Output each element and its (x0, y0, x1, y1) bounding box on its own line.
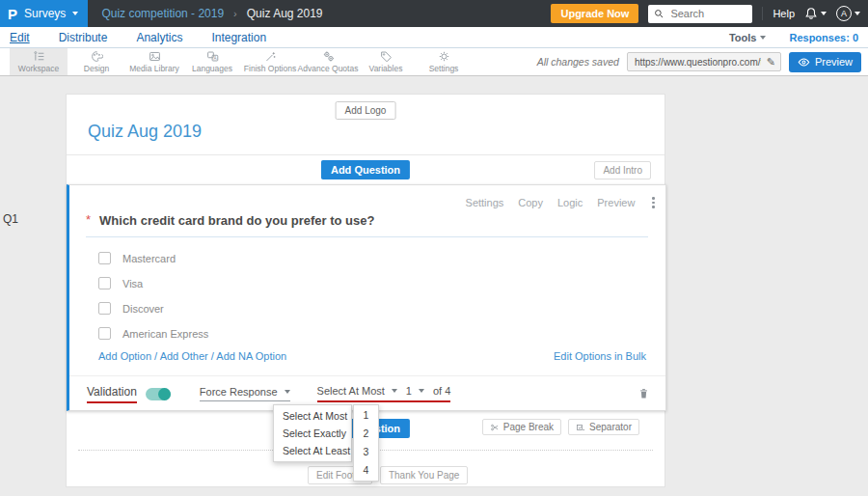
editor-toolbar: Workspace Design Media Library A Languag… (0, 48, 868, 76)
breadcrumb-separator-icon: › (233, 8, 237, 19)
toolbar-item-finish-options[interactable]: Finish Options (241, 48, 299, 75)
tag-icon (380, 50, 393, 63)
count-option[interactable]: 4 (354, 461, 378, 480)
rule-option[interactable]: Select Exactly (274, 425, 351, 442)
subnav-right: Tools Responses: 0 (729, 32, 858, 43)
option-checkbox[interactable] (98, 252, 111, 264)
kebab-menu-icon[interactable] (649, 196, 658, 209)
question-card: Settings Copy Logic Preview * Which cred… (67, 184, 666, 411)
question-preview-link[interactable]: Preview (597, 197, 635, 208)
edit-options-in-bulk-link[interactable]: Edit Options in Bulk (554, 350, 646, 362)
autosave-status: All changes saved (537, 56, 619, 68)
toolbar-item-workspace[interactable]: Workspace (10, 48, 68, 75)
bell-icon (804, 7, 818, 20)
count-option[interactable]: 1 (354, 406, 378, 425)
title-divider (67, 154, 665, 155)
upgrade-now-button[interactable]: Upgrade Now (551, 4, 638, 23)
separator-label: Separator (589, 422, 632, 432)
gears-icon (322, 50, 335, 63)
breadcrumb-parent[interactable]: Quiz competition - 2019 (101, 7, 224, 20)
topbar-divider (762, 7, 763, 20)
toolbar-item-variables[interactable]: Variables (357, 48, 415, 75)
rule-option[interactable]: Select At Most (274, 407, 351, 425)
page-break-button[interactable]: Page Break (482, 419, 561, 435)
page-break-separator-group: Page Break Separator (482, 419, 639, 435)
option-add-links: Add Option / Add Other / Add NA Option (98, 350, 286, 362)
question-settings-link[interactable]: Settings (466, 197, 504, 208)
search-box[interactable] (648, 5, 752, 23)
tab-edit[interactable]: Edit (10, 31, 30, 44)
help-link[interactable]: Help (773, 8, 795, 19)
survey-url-box: ✎ (627, 52, 781, 71)
translate-icon: A (206, 50, 219, 63)
count-option[interactable]: 2 (354, 425, 378, 443)
question-text-row: * Which credit card brand do you prefer … (86, 213, 648, 237)
add-intro-button[interactable]: Add Intro (594, 161, 651, 179)
count-dropdown[interactable]: 1 (406, 385, 424, 397)
survey-url-input[interactable] (633, 56, 763, 69)
validation-rule-cluster: Select At Most 1 of 4 (317, 385, 451, 402)
chevron-down-icon (392, 389, 397, 393)
chevron-down-icon (72, 12, 78, 15)
eye-icon (798, 56, 810, 69)
toolbar-item-media-library[interactable]: Media Library (125, 48, 183, 75)
add-na-option-link[interactable]: Add NA Option (216, 350, 286, 362)
toolbar-item-advance-quotas[interactable]: Advance Quotas (299, 48, 357, 75)
responses-count[interactable]: Responses: 0 (789, 32, 858, 43)
tab-analytics[interactable]: Analytics (136, 31, 182, 44)
option-checkbox[interactable] (98, 327, 111, 340)
notifications-button[interactable] (804, 7, 827, 20)
add-other-link[interactable]: Add Other (160, 350, 208, 362)
chevron-down-icon (419, 389, 424, 393)
rule-option[interactable]: Select At Least (274, 442, 351, 459)
of-total-label: of 4 (433, 385, 450, 397)
option-label[interactable]: Visa (122, 278, 143, 289)
survey-nav: Edit Distribute Analytics Integration To… (0, 27, 868, 48)
chevron-down-icon (285, 390, 290, 394)
tools-label: Tools (729, 32, 757, 43)
tab-distribute[interactable]: Distribute (59, 31, 108, 44)
validation-toggle[interactable] (146, 388, 171, 400)
option-label[interactable]: American Express (122, 328, 208, 340)
count-option[interactable]: 3 (354, 443, 378, 461)
image-icon (149, 50, 161, 63)
workspace-icon (33, 50, 45, 63)
thank-you-page-button[interactable]: Thank You Page (380, 466, 468, 484)
search-input[interactable] (668, 7, 746, 20)
add-logo-button[interactable]: Add Logo (336, 101, 396, 120)
trash-icon (637, 387, 650, 400)
delete-question-button[interactable] (637, 387, 650, 400)
separator-button[interactable]: Separator (568, 419, 639, 435)
count-dropdown-menu: 1 2 3 4 (353, 404, 379, 482)
tools-menu[interactable]: Tools (729, 32, 767, 43)
preview-button[interactable]: Preview (789, 52, 861, 72)
question-copy-link[interactable]: Copy (518, 197, 543, 208)
edit-url-pencil-icon[interactable]: ✎ (767, 57, 775, 68)
account-menu[interactable]: A (836, 6, 860, 21)
rule-value: Select At Most (317, 385, 385, 397)
question-actions: Settings Copy Logic Preview (466, 196, 658, 209)
toolbar-item-design[interactable]: Design (68, 48, 125, 75)
option-checkbox[interactable] (98, 277, 111, 289)
option-label[interactable]: Discover (122, 303, 164, 315)
add-question-button-top[interactable]: Add Question (321, 160, 410, 179)
chevron-down-icon (854, 12, 860, 15)
toolbar-item-settings[interactable]: Settings (415, 48, 473, 75)
toolbar-label: Media Library (129, 64, 179, 73)
force-response-dropdown[interactable]: Force Response (200, 386, 290, 401)
option-checkbox[interactable] (98, 302, 111, 315)
option-row: Discover (98, 302, 208, 315)
add-option-link[interactable]: Add Option (98, 350, 151, 362)
topbar-right: Upgrade Now Help A (551, 4, 868, 23)
survey-title[interactable]: Quiz Aug 2019 (88, 122, 202, 142)
breadcrumb-current: Quiz Aug 2019 (247, 7, 323, 20)
toolbar-item-languages[interactable]: A Languages (183, 48, 241, 75)
rule-dropdown[interactable]: Select At Most (317, 385, 397, 397)
question-text[interactable]: Which credit card brand do you prefer to… (99, 213, 374, 228)
tab-integration[interactable]: Integration (211, 31, 266, 44)
breadcrumb: Quiz competition - 2019 › Quiz Aug 2019 (101, 7, 322, 20)
product-menu[interactable]: P Surveys (0, 0, 88, 27)
option-label[interactable]: Mastercard (122, 253, 176, 264)
toolbar-label: Design (84, 64, 109, 73)
question-logic-link[interactable]: Logic (557, 197, 583, 208)
